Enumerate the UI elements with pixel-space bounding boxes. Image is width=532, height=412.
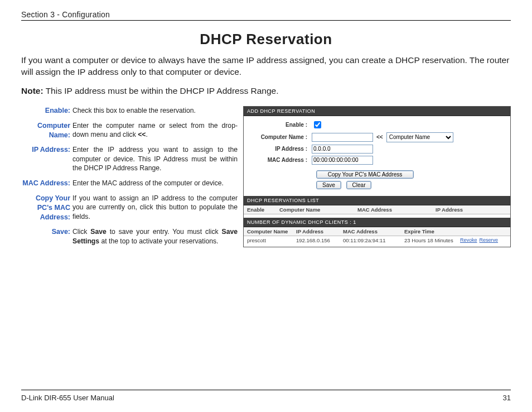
enable-checkbox[interactable] (314, 121, 321, 128)
def-label-ip-address: IP Address: (21, 145, 72, 173)
def-body-computer-name: Enter the computer name or select from t… (72, 121, 238, 140)
col-computer-name: Computer Name (279, 207, 357, 213)
def-body-mac-address: Enter the MAC address of the computer or… (72, 179, 238, 188)
note-text: This IP address must be within the DHCP … (43, 86, 279, 95)
note-label: Note: (21, 86, 43, 95)
def-body-copy-mac: If you want to assign an IP address to t… (72, 194, 238, 222)
col-client-name: Computer Name (247, 228, 296, 234)
col-enable: Enable (247, 207, 279, 213)
mac-address-input[interactable] (312, 156, 373, 165)
client-ip: 192.168.0.156 (296, 237, 343, 243)
client-row: prescott 192.168.0.156 00:11:09:2a:94:11… (244, 236, 510, 245)
col-client-expire: Expire Time (404, 228, 460, 234)
definitions-list: Enable:Check this box to enable the rese… (21, 106, 238, 251)
ip-address-input[interactable] (312, 145, 373, 154)
add-reservation-bar: ADD DHCP RESERVATION (244, 107, 510, 116)
col-client-mac: MAC Address (343, 228, 404, 234)
section-header: Section 3 - Configuration (21, 10, 511, 21)
def-label-computer-name: Computer Name: (21, 121, 72, 140)
router-ui-panel: ADD DHCP RESERVATION Enable : Computer N… (243, 106, 511, 247)
intro-paragraph: If you want a computer or device to alwa… (21, 55, 511, 78)
computer-name-select[interactable]: Computer Name (386, 132, 453, 142)
def-body-ip-address: Enter the IP address you want to assign … (72, 145, 238, 173)
reserve-link[interactable]: Reserve (480, 237, 499, 243)
clear-button[interactable]: Clear (346, 181, 372, 189)
enable-label: Enable : (249, 122, 312, 128)
col-mac-address: MAC Address (357, 207, 436, 213)
page-number: 31 (503, 394, 511, 402)
reservations-list-bar: DHCP RESERVATIONS LIST (244, 196, 510, 205)
clients-header: Computer Name IP Address MAC Address Exp… (244, 227, 510, 236)
def-label-copy-mac: Copy Your PC's MAC Address: (21, 194, 72, 222)
arrows-label: << (373, 134, 386, 140)
dynamic-clients-bar: NUMBER OF DYNAMIC DHCP CLIENTS : 1 (244, 218, 510, 227)
def-body-enable: Check this box to enable the reservation… (72, 106, 238, 116)
def-label-mac-address: MAC Address: (21, 179, 72, 188)
def-label-save: Save: (21, 227, 72, 246)
revoke-link[interactable]: Revoke (460, 237, 477, 243)
reservations-list-header: Enable Computer Name MAC Address IP Addr… (244, 205, 510, 214)
def-label-enable: Enable: (21, 106, 72, 116)
page-title: DHCP Reservation (21, 31, 511, 48)
save-button[interactable]: Save (316, 181, 341, 189)
client-mac: 00:11:09:2a:94:11 (343, 237, 404, 243)
copy-mac-button[interactable]: Copy Your PC's MAC Address (316, 170, 414, 179)
computer-name-input[interactable] (312, 133, 373, 142)
ip-address-label: IP Address : (249, 146, 312, 152)
client-name: prescott (247, 237, 296, 243)
note-paragraph: Note: This IP address must be within the… (21, 86, 511, 96)
mac-address-label: MAC Address : (249, 157, 312, 163)
client-expire: 23 Hours 18 Minutes (404, 237, 460, 243)
def-body-save: Click Save to save your entry. You must … (72, 227, 238, 246)
col-client-ip: IP Address (296, 228, 343, 234)
col-ip-address: IP Address (436, 207, 507, 213)
computer-name-label: Computer Name : (249, 134, 312, 140)
footer-left: D-Link DIR-655 User Manual (21, 394, 114, 402)
